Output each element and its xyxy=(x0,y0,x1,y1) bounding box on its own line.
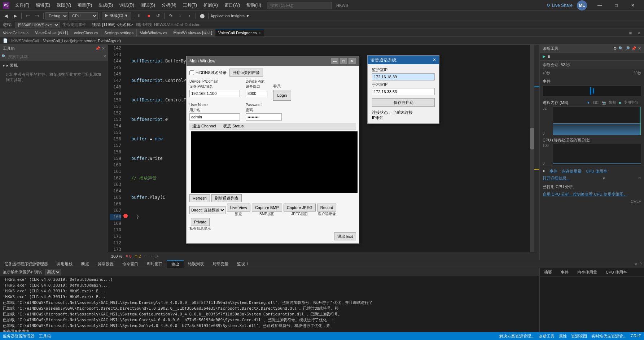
diag-cpu-link[interactable]: CPU 使用率 xyxy=(586,169,607,174)
toolbox-general-header[interactable]: ▸ ▸ 常规 xyxy=(3,62,105,69)
menu-project[interactable]: 项目(P) xyxy=(75,1,95,9)
bottom-collapse-icon[interactable]: ⌃ xyxy=(639,262,643,267)
menu-tools[interactable]: 工具(T) xyxy=(180,1,200,9)
dialog-maximize-btn[interactable]: □ xyxy=(339,58,347,64)
tab-voiceclass[interactable]: voiceClass.cs xyxy=(71,29,101,36)
error-count[interactable]: ✕ 0 xyxy=(125,254,131,258)
status-solution-explorer[interactable]: 解决方案资源管理... xyxy=(499,334,534,339)
tab-mainwindow[interactable]: MainWindow.cs xyxy=(137,29,170,36)
user-avatar[interactable]: ML xyxy=(577,0,587,10)
diag-tab-memory[interactable]: 内存使用量 xyxy=(573,268,601,276)
debug-mode-dropdown[interactable]: Debug xyxy=(45,12,68,19)
status-realtime[interactable]: 实时堆优先资源管... xyxy=(591,334,626,339)
step-into[interactable]: ↓ xyxy=(176,12,184,20)
tab-mainwindow-design[interactable]: MainWindow.cs [设计] xyxy=(170,29,215,36)
tab-voicecall-design[interactable]: VoiceCall.cs [设计] xyxy=(32,29,71,36)
toolbar-undo[interactable]: ↩ xyxy=(23,12,32,20)
output-source-dropdown[interactable]: 调试 xyxy=(45,269,61,275)
maximize-button[interactable]: □ xyxy=(608,0,625,11)
editor-scrollbar[interactable] xyxy=(530,45,534,252)
status-toolbox[interactable]: 工具箱 xyxy=(39,334,51,339)
menu-edit[interactable]: 编辑(E) xyxy=(33,1,53,9)
continue-button[interactable]: ▶ 继续(C) ▼ xyxy=(102,12,131,20)
username-input[interactable] xyxy=(189,113,240,121)
open-detail-link[interactable]: 打开详细信息... xyxy=(543,175,570,181)
toolbar-forward[interactable]: ▶ xyxy=(11,12,19,20)
process-selector[interactable]: [55548] HKWS.exe xyxy=(15,22,60,28)
nav-prev-icon[interactable]: ← xyxy=(144,254,148,258)
close-button[interactable]: ✕ xyxy=(625,0,641,11)
diag-close-icon[interactable]: ✕ xyxy=(638,46,641,51)
step-over[interactable]: ↷ xyxy=(166,12,175,20)
live-share-button[interactable]: ⟳ Live Share xyxy=(547,3,573,8)
bottom-tab-callstack[interactable]: 调用堆栈 xyxy=(52,260,77,268)
refresh-list-btn[interactable]: 刷新通道列表 xyxy=(211,194,242,202)
monitor-ip-input[interactable] xyxy=(372,73,435,80)
stop-button[interactable]: ■ xyxy=(144,12,153,20)
login-button[interactable]: Login xyxy=(273,90,291,101)
menu-extensions[interactable]: 扩展(X) xyxy=(201,1,221,9)
bottom-tab-errors[interactable]: 错误列表 xyxy=(184,260,208,268)
device-port-input[interactable] xyxy=(246,90,267,97)
cpu-dropdown[interactable]: CPU xyxy=(69,12,98,19)
diag-tab-events[interactable]: 事件 xyxy=(556,268,573,276)
private-btn[interactable]: Private xyxy=(191,218,210,226)
menu-file[interactable]: 文件(F) xyxy=(12,1,32,9)
minimize-button[interactable]: — xyxy=(591,0,608,11)
menu-window[interactable]: 窗口(W) xyxy=(222,1,243,9)
hiddns-checkbox[interactable] xyxy=(189,70,194,75)
record-btn[interactable]: Record xyxy=(317,204,336,212)
status-diagnostics[interactable]: 诊断工具 xyxy=(539,334,555,339)
diag-tab-summary[interactable]: 摘要 xyxy=(540,268,556,276)
bottom-tab-output[interactable]: 输出 xyxy=(167,260,184,268)
bottom-tab-watch[interactable]: 监视 1 xyxy=(233,260,253,268)
pause-button[interactable]: ⏸ xyxy=(135,12,144,20)
refresh-btn[interactable]: Refresh xyxy=(189,194,210,202)
diag-pause-icon[interactable]: ⏸ xyxy=(547,55,551,59)
detail-expand-icon[interactable]: ▼ xyxy=(602,176,606,180)
tab-close-icon[interactable]: ✕ xyxy=(26,31,29,35)
dialog-close-btn[interactable]: ✕ xyxy=(348,58,356,64)
tab-voicecall-designer[interactable]: VoiceCall.Designer.cs ✕ xyxy=(215,29,264,36)
diag-memory-link[interactable]: 内存使用量 xyxy=(562,169,582,174)
bottom-tab-task-runner[interactable]: 任务运行程序资源管理器 xyxy=(0,260,52,268)
warning-count[interactable]: ⚠ 2 xyxy=(134,254,141,258)
menu-debug[interactable]: 调试(D) xyxy=(117,1,137,9)
tab-designer-close-icon[interactable]: ✕ xyxy=(258,31,261,35)
bottom-close-icon[interactable]: ✕ xyxy=(634,262,638,267)
diag-tab-cpu[interactable]: CPU 使用率 xyxy=(601,268,631,276)
tab-voicecall-cs[interactable]: VoiceCall.cs ✕ xyxy=(0,29,32,36)
app-insights-btn[interactable]: Application Insights ▼ xyxy=(210,14,250,18)
diag-zoom-out-icon[interactable]: 🔎 xyxy=(625,46,630,51)
diag-play-icon[interactable]: ▶ xyxy=(543,54,546,59)
global-search[interactable] xyxy=(267,2,332,9)
tab-settings[interactable]: Settings.settings xyxy=(101,29,137,36)
bc-method[interactable]: VoiceCall_Load(object sender, EventArgs … xyxy=(43,39,121,43)
menu-analyze[interactable]: 分析(N) xyxy=(159,1,179,9)
bottom-tab-locals[interactable]: 局部变量 xyxy=(208,260,233,268)
device-ip-input[interactable] xyxy=(189,90,240,97)
diag-pin-icon[interactable]: 📌 xyxy=(631,46,636,51)
nav-next-icon[interactable]: → xyxy=(149,254,153,258)
direct-preview-select[interactable]: Direct: 直接预览 xyxy=(189,206,225,214)
breakpoint-btn[interactable]: ⬤ xyxy=(198,12,206,20)
live-view-btn[interactable]: Live View xyxy=(227,204,250,212)
toolbox-pin-icon[interactable]: 📌 xyxy=(95,46,100,51)
save-start-btn[interactable]: 保存并启动 xyxy=(372,98,435,107)
step-out[interactable]: ↑ xyxy=(185,12,194,20)
status-resource-view[interactable]: 资源视图 xyxy=(571,334,587,339)
bottom-tab-exceptions[interactable]: 异常设置 xyxy=(93,260,118,268)
nav-expand-icon[interactable]: ⊞ xyxy=(154,254,158,258)
diag-settings-icon[interactable]: ⚙ xyxy=(613,46,617,51)
status-server-explorer[interactable]: 服务器资源管理器 xyxy=(3,334,35,339)
menu-help[interactable]: 帮助(H) xyxy=(244,1,264,9)
status-properties[interactable]: 属性 xyxy=(559,334,567,339)
menu-view[interactable]: 视图(V) xyxy=(54,1,74,9)
bottom-tab-breakpoints[interactable]: 断点 xyxy=(77,260,93,268)
toolbar-back[interactable]: ◀ xyxy=(1,12,10,20)
voice-dialog-close-btn[interactable]: ✕ xyxy=(433,57,436,62)
output-text[interactable]: 'HKWS.exe' (CLR v4.0.30319: DefaultDomai… xyxy=(0,276,539,332)
detail-close-icon[interactable]: ✕ xyxy=(638,176,641,180)
menu-test[interactable]: 测试(S) xyxy=(138,1,158,9)
menu-build[interactable]: 生成(B) xyxy=(96,1,116,9)
